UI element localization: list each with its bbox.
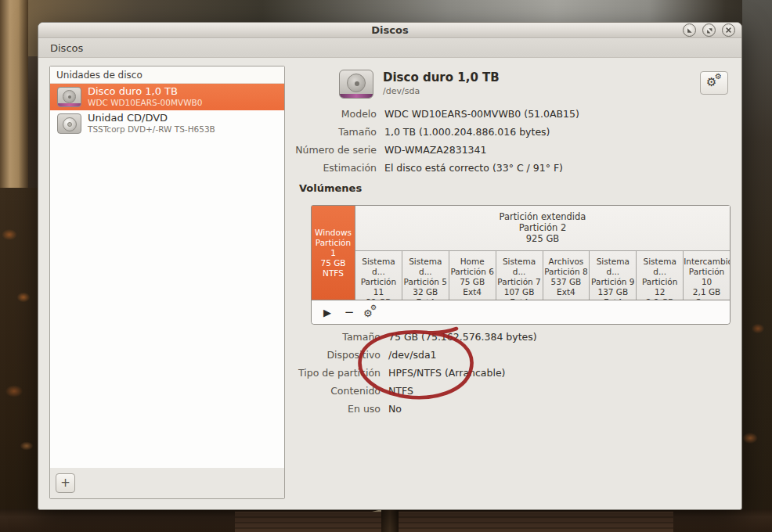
close-button[interactable] [722,23,735,37]
device-list: Unidades de disco Disco duro 1,0 TB WDC … [50,66,284,469]
detail-value: 75 GB (75.162.576.384 bytes) [388,331,537,343]
extended-partition: Partición extendida Partición 2 925 GB S… [355,206,730,300]
volume-name: Intercambio [684,257,730,267]
volume-partition-label: Partición 2 [355,222,730,233]
minimize-icon [685,26,694,34]
drive-title: Disco duro 1,0 TB [383,70,500,84]
volume-partition-label: Partición 6 [449,267,496,277]
maximize-icon [705,26,713,34]
detail-label: En uso [273,403,381,415]
detail-label: Tipo de partición [273,367,381,379]
volume-size: 925 GB [355,233,730,244]
drive-harddisk-icon [339,70,373,99]
detail-row: Dispositivo /dev/sda1 [273,346,723,364]
detail-label: Número de serie [273,144,377,156]
maximize-button[interactable] [702,23,716,37]
window-controls [683,23,735,37]
sidebar-toolbar: + [50,468,284,498]
volume-name: Archivos [543,257,590,267]
detail-value: HPFS/NTFS (Arrancable) [388,367,506,379]
menu-discos[interactable]: Discos [45,39,88,58]
drive-device-path: /dev/sda [383,86,420,96]
add-device-button[interactable]: + [56,473,75,493]
volume-partition-label: Partición 5 [402,277,449,287]
volume-partition-label: Partición 8 [543,267,590,277]
volume-partition-label: Partición 1 [312,238,355,258]
volume-size: 537 GB Ext4 [543,277,590,297]
gear-icon: ⚙ [715,73,722,81]
device-item-cddvd[interactable]: Unidad CD/DVD TSSTcorp DVD+/-RW TS-H653B [50,110,284,137]
volume-size: 75 GB NTFS [312,258,355,279]
gears-icon: ⚙ ⚙ [701,72,727,94]
volumes-section-title: Volúmenes [299,182,362,194]
window-title: Discos [38,24,741,36]
volume-partition-label: Partición 12 [637,277,683,297]
detail-label: Tamaño [273,331,381,343]
harddisk-stripe [58,103,81,106]
volume-name: Home [449,257,496,267]
drive-dot [355,81,359,86]
volume-toolbar: ▶ − ⚙ ⚙ [312,300,730,324]
device-title: Disco duro 1,0 TB [88,85,178,97]
volume-name: Sistema d... [637,257,683,277]
volumes-diagram: Windows Partición 1 75 GB NTFS Partición… [312,206,730,300]
partition-details: Tamaño 75 GB (75.162.576.384 bytes) Disp… [273,328,723,418]
volume-partition-1[interactable]: Windows Partición 1 75 GB NTFS [312,206,355,300]
device-sidebar: Unidades de disco Disco duro 1,0 TB WDC … [49,66,285,499]
detail-value: NTFS [388,385,413,397]
detail-value: WD-WMAZA2831341 [384,144,486,156]
device-subtitle: TSSTcorp DVD+/-RW TS-H653B [88,124,215,134]
titlebar[interactable]: Discos [38,23,741,38]
volume-partition-label: Partición 11 [355,277,402,297]
volume-partition-label: Partición 9 [590,277,636,287]
bridge-post [381,510,399,532]
background-tree-trunk [0,0,28,203]
detail-label: Estimación [273,162,377,174]
detail-row: Tamaño 75 GB (75.162.576.384 bytes) [273,328,723,346]
detail-row: Número de serie WD-WMAZA2831341 [273,141,723,159]
volume-name: Sistema d... [402,257,449,277]
drive-actions-button[interactable]: ⚙ ⚙ [700,71,728,95]
volume-name: Windows [312,228,355,238]
detail-value: /dev/sda1 [388,349,437,361]
gears-icon: ⚙ ⚙ [360,300,379,325]
mount-button[interactable]: ▶ [318,300,337,325]
device-title: Unidad CD/DVD [88,112,168,124]
background-leaves-left [0,188,38,532]
detail-row: Modelo WDC WD10EARS-00MVWB0 (51.0AB15) [273,105,723,123]
extended-partition-header[interactable]: Partición extendida Partición 2 925 GB [355,206,730,250]
volume-name: Sistema d... [590,257,636,277]
menubar: Discos [38,39,741,58]
detail-row: Estimación El disco está correcto (33° C… [273,159,723,177]
background-leaves-right [742,0,772,532]
volume-partition-label: Partición 7 [496,277,543,287]
drive-details: Modelo WDC WD10EARS-00MVWB0 (51.0AB15) T… [273,105,723,177]
detail-value: No [388,403,402,415]
volume-name: Sistema d... [355,257,402,277]
partition-options-button[interactable]: ⚙ ⚙ [360,300,379,325]
delete-partition-button[interactable]: − [340,300,359,325]
volume-size: 75 GB Ext4 [449,277,496,297]
disks-window: Discos Discos Unidades de disco [38,22,742,510]
detail-row: Contenido NTFS [273,382,723,400]
detail-label: Dispositivo [273,349,381,361]
volumes-widget: Windows Partición 1 75 GB NTFS Partición… [311,205,731,325]
volume-name: Partición extendida [355,211,730,222]
harddisk-dot [68,95,71,99]
detail-value: 1,0 TB (1.000.204.886.016 bytes) [384,126,550,138]
optical-disc-hole [67,122,72,127]
volume-name: Sistema d... [496,257,543,277]
volume-partition-label: Partición 10 [684,267,730,287]
detail-value: WDC WD10EARS-00MVWB0 (51.0AB15) [384,108,579,120]
detail-value: El disco está correcto (33° C / 91° F) [384,162,563,174]
device-item-harddisk[interactable]: Disco duro 1,0 TB WDC WD10EARS-00MVWB0 [50,84,284,110]
detail-row: En uso No [273,400,723,418]
gear-icon: ⚙ [370,304,377,311]
device-list-header: Unidades de disco [50,66,284,84]
drive-stripe [340,94,373,98]
detail-row: Tipo de partición HPFS/NTFS (Arrancable) [273,364,723,382]
minimize-button[interactable] [683,23,696,37]
detail-label: Tamaño [273,126,377,138]
harddisk-icon [57,87,81,107]
detail-row: Tamaño 1,0 TB (1.000.204.886.016 bytes) [273,123,723,141]
